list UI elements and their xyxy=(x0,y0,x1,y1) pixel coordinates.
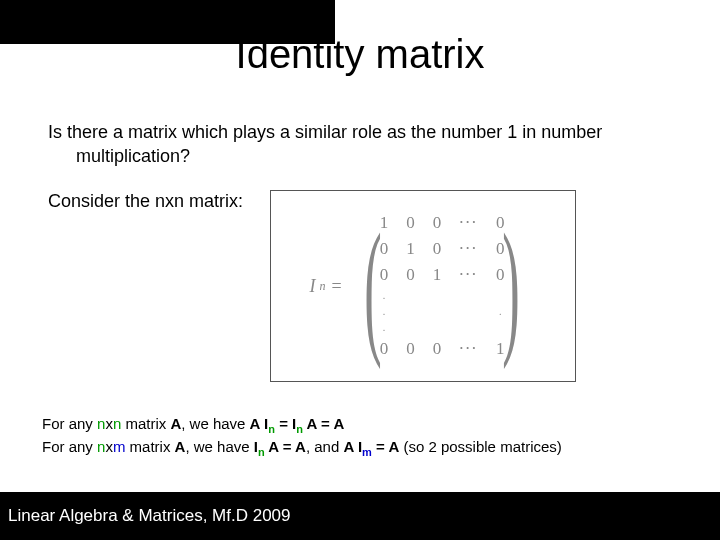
m-cell xyxy=(459,307,478,317)
identity-matrix-box: In = ( 1 0 0 ··· 0 0 1 0 ··· 0 0 0 1 ···… xyxy=(270,190,576,382)
footnote-line-1: For any nxn matrix A, we have A In = In … xyxy=(42,414,690,437)
footer-text: Linear Algebra & Matrices, Mf.D 2009 xyxy=(8,506,291,526)
m-cell: 0 xyxy=(406,339,415,359)
t: matrix xyxy=(121,415,170,432)
eq: = I xyxy=(275,415,296,432)
matrix-label-I: I xyxy=(310,276,316,297)
left-paren-icon: ( xyxy=(364,215,381,358)
t: x xyxy=(105,438,113,455)
m-cell: 0 xyxy=(433,239,442,259)
m-cell xyxy=(459,323,478,333)
t: matrix xyxy=(125,438,174,455)
m-cell xyxy=(433,323,442,333)
sub-m: m xyxy=(362,446,372,458)
right-paren-icon: ) xyxy=(503,215,520,358)
sub-n: n xyxy=(268,423,275,435)
eq: A = A xyxy=(265,438,306,455)
t: , we have xyxy=(185,438,253,455)
t: For any xyxy=(42,438,97,455)
m-cell xyxy=(406,307,415,317)
identity-matrix: In = ( 1 0 0 ··· 0 0 1 0 ··· 0 0 0 1 ···… xyxy=(310,213,537,359)
dim-n: n xyxy=(113,415,121,432)
m-cell: 0 xyxy=(433,213,442,233)
mat-A: A xyxy=(175,438,186,455)
m-cell: 0 xyxy=(433,339,442,359)
footnote-line-2: For any nxm matrix A, we have In A = A, … xyxy=(42,437,690,460)
m-cell: ··· xyxy=(459,265,478,285)
mat-A: A xyxy=(170,415,181,432)
footnotes: For any nxn matrix A, we have A In = In … xyxy=(42,414,690,460)
question-line-1: Is there a matrix which plays a similar … xyxy=(48,120,678,144)
matrix-label-n: n xyxy=(320,279,326,294)
m-cell xyxy=(406,291,415,301)
sub-n: n xyxy=(296,423,303,435)
eq: A = A xyxy=(303,415,344,432)
footer-bar: Linear Algebra & Matrices, Mf.D 2009 xyxy=(0,492,720,540)
m-cell xyxy=(406,323,415,333)
m-cell xyxy=(459,291,478,301)
eq: = A xyxy=(372,438,399,455)
m-cell: 0 xyxy=(406,265,415,285)
t: , and xyxy=(306,438,344,455)
m-cell: 0 xyxy=(406,213,415,233)
sub-n: n xyxy=(258,446,265,458)
m-cell xyxy=(433,307,442,317)
t: , we have xyxy=(181,415,249,432)
t: (so 2 possible matrices) xyxy=(399,438,562,455)
m-cell: ··· xyxy=(459,339,478,359)
m-cell: ··· xyxy=(459,239,478,259)
matrix-eq: = xyxy=(332,276,342,297)
m-cell: ··· xyxy=(459,213,478,233)
matrix-grid: 1 0 0 ··· 0 0 1 0 ··· 0 0 0 1 ··· 0 . . … xyxy=(380,213,505,359)
t: x xyxy=(105,415,113,432)
m-cell: 1 xyxy=(406,239,415,259)
eq: A I xyxy=(250,415,269,432)
m-cell: 1 xyxy=(433,265,442,285)
t: For any xyxy=(42,415,97,432)
question-line-2: multiplication? xyxy=(48,144,678,168)
eq: A I xyxy=(343,438,362,455)
dim-m: m xyxy=(113,438,126,455)
m-cell xyxy=(433,291,442,301)
slide-title: Identity matrix xyxy=(0,32,720,77)
